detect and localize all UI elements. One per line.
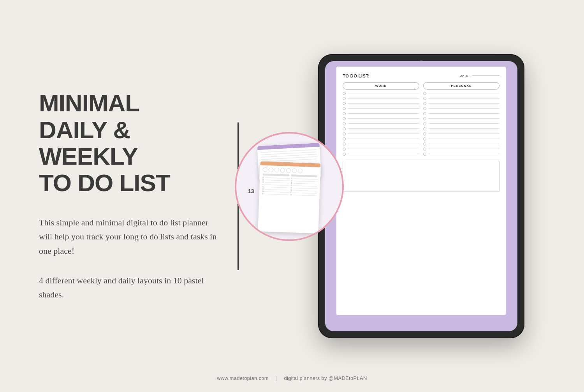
checkbox-circle	[423, 102, 426, 105]
todo-item	[423, 142, 500, 146]
todo-item	[343, 132, 419, 135]
preview-inner: 13	[236, 134, 342, 239]
checkbox-circle	[343, 117, 346, 120]
todo-item	[423, 107, 500, 110]
todo-item	[423, 137, 500, 141]
todo-page: TO DO LIST: DATE: WORK	[336, 67, 506, 315]
todo-item	[343, 107, 419, 110]
todo-title-label: TO DO LIST:	[343, 74, 369, 78]
personal-column: PERSONAL	[423, 82, 500, 158]
checkbox-circle	[343, 127, 346, 130]
todo-item	[423, 132, 500, 135]
checkbox-circle	[343, 97, 346, 100]
description-text: This simple and minimal digital to do li…	[39, 216, 218, 258]
todo-item	[423, 122, 500, 125]
todo-item	[343, 153, 419, 156]
title-line1: MINIMAL	[39, 90, 218, 116]
todo-item	[343, 122, 419, 125]
work-column-header: WORK	[343, 82, 419, 90]
todo-item	[343, 102, 419, 105]
todo-item	[423, 102, 500, 105]
checkbox-circle	[343, 122, 346, 125]
checkbox-circle	[343, 153, 346, 156]
checkbox-circle	[343, 132, 346, 135]
checkbox-circle	[343, 107, 346, 110]
tablet: TO DO LIST: DATE: WORK	[318, 54, 524, 338]
todo-item	[343, 97, 419, 100]
todo-item	[343, 92, 419, 95]
todo-item	[423, 92, 500, 95]
todo-item	[343, 137, 419, 141]
todo-item	[423, 112, 500, 115]
notes-box	[343, 161, 500, 192]
checkbox-circle	[343, 112, 346, 115]
checkbox-circle	[343, 137, 346, 141]
checkbox-circle	[423, 112, 426, 115]
page-container: MINIMAL DAILY & WEEKLY TO DO LIST This s…	[0, 0, 584, 392]
checkbox-circle	[343, 142, 346, 146]
preview-card-front	[258, 161, 320, 233]
todo-item	[343, 117, 419, 120]
page-number-label: 13	[248, 188, 254, 194]
checkbox-circle	[423, 127, 426, 130]
footer-website: www.madetoplan.com	[217, 375, 269, 381]
todo-columns: WORK	[343, 82, 500, 158]
checkbox-circle	[343, 102, 346, 105]
checkbox-circle	[423, 153, 426, 156]
todo-item	[343, 112, 419, 115]
personal-column-header: PERSONAL	[423, 82, 500, 90]
checkbox-circle	[423, 92, 426, 95]
checkbox-circle	[423, 117, 426, 120]
todo-item	[343, 142, 419, 146]
left-content: MINIMAL DAILY & WEEKLY TO DO LIST This s…	[0, 90, 218, 302]
todo-date-label: DATE:	[460, 74, 500, 77]
features-text: 4 different weekly and daily layouts in …	[39, 274, 218, 302]
todo-item	[423, 127, 500, 130]
todo-item	[423, 117, 500, 120]
todo-item	[423, 97, 500, 100]
checkbox-circle	[423, 122, 426, 125]
main-title: MINIMAL DAILY & WEEKLY TO DO LIST	[39, 90, 218, 196]
title-line3: TO DO LIST	[39, 170, 218, 196]
todo-item	[343, 148, 419, 151]
checkbox-circle	[343, 92, 346, 95]
footer-separator: |	[276, 375, 277, 381]
date-underline	[472, 76, 500, 76]
checkbox-circle	[343, 148, 346, 151]
checkbox-circle	[423, 97, 426, 100]
footer: www.madetoplan.com | digital planners by…	[0, 375, 584, 381]
todo-item	[343, 127, 419, 130]
footer-tagline: digital planners by @MADEtoPLAN	[284, 375, 367, 381]
checkbox-circle	[423, 148, 426, 151]
tablet-screen: TO DO LIST: DATE: WORK	[325, 61, 517, 331]
todo-item	[423, 153, 500, 156]
title-line2: DAILY & WEEKLY	[39, 117, 218, 170]
circle-preview-overlay: 13	[235, 132, 344, 241]
checkbox-circle	[423, 107, 426, 110]
checkbox-circle	[423, 137, 426, 141]
work-column: WORK	[343, 82, 419, 158]
right-content: TO DO LIST: DATE: WORK	[258, 54, 584, 338]
todo-item	[423, 148, 500, 151]
checkbox-circle	[423, 142, 426, 146]
checkbox-circle	[423, 132, 426, 135]
todo-page-header: TO DO LIST: DATE:	[343, 74, 500, 78]
